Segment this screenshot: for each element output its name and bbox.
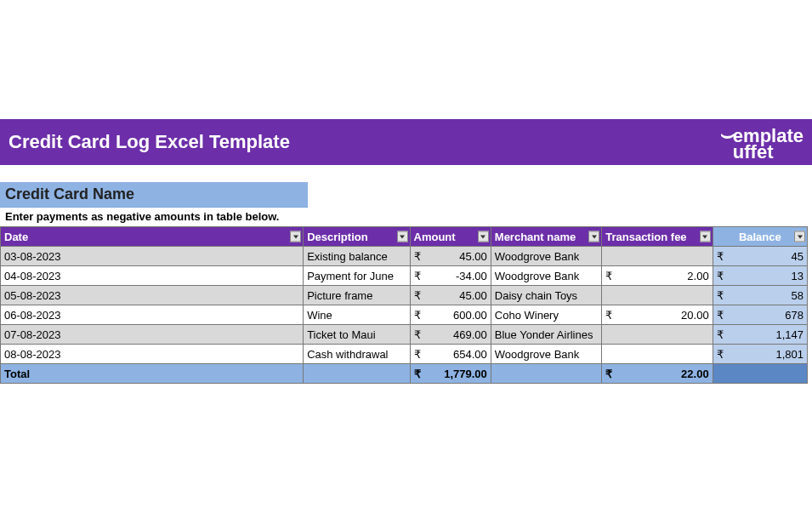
filter-icon[interactable] (290, 231, 301, 242)
total-row: Total ₹1,779.00 ₹22.00 (1, 364, 808, 384)
table-row: 03-08-2023Existing balance₹45.00Woodgrov… (1, 247, 808, 266)
cell-merchant[interactable]: Woodgrove Bank (491, 345, 601, 364)
cell-amount[interactable]: ₹654.00 (410, 345, 491, 364)
filter-icon[interactable] (700, 231, 711, 242)
logo-line-2: uffet (733, 145, 803, 161)
total-fee: ₹22.00 (602, 364, 713, 384)
cell-description[interactable]: Payment for June (304, 266, 410, 286)
cell-balance[interactable]: ₹1,147 (713, 325, 807, 345)
col-date[interactable]: Date (1, 227, 304, 247)
cell-date[interactable]: 07-08-2023 (1, 325, 304, 345)
cell-balance[interactable]: ₹58 (713, 286, 807, 305)
cell-description[interactable]: Picture frame (304, 286, 410, 305)
table-row: 08-08-2023Cash withdrawal₹654.00Woodgrov… (1, 345, 808, 364)
col-balance[interactable]: Balance (713, 227, 807, 247)
total-label: Total (1, 364, 304, 384)
cell-fee[interactable]: ₹2.00 (602, 266, 713, 286)
cell-date[interactable]: 06-08-2023 (1, 305, 304, 325)
cell-fee[interactable]: ₹20.00 (602, 305, 713, 325)
cell-amount[interactable]: ₹45.00 (410, 247, 491, 266)
table-row: 04-08-2023Payment for June₹-34.00Woodgro… (1, 266, 808, 286)
header-row: Date Description Amount Merchant name Tr… (1, 227, 808, 247)
cell-amount[interactable]: ₹-34.00 (410, 266, 491, 286)
cell-merchant[interactable]: Woodgrove Bank (491, 247, 601, 266)
filter-icon[interactable] (478, 231, 489, 242)
cell-amount[interactable]: ₹469.00 (410, 325, 491, 345)
cell-balance[interactable]: ₹45 (713, 247, 807, 266)
total-amount: ₹1,779.00 (410, 364, 491, 384)
cell-description[interactable]: Wine (304, 305, 410, 325)
cell-date[interactable]: 04-08-2023 (1, 266, 304, 286)
cell-date[interactable]: 05-08-2023 (1, 286, 304, 305)
filter-icon[interactable] (588, 231, 599, 242)
filter-icon[interactable] (397, 231, 408, 242)
cell-description[interactable]: Cash withdrawal (304, 345, 410, 364)
cell-merchant[interactable]: Daisy chain Toys (491, 286, 601, 305)
col-description[interactable]: Description (304, 227, 410, 247)
cell-date[interactable]: 03-08-2023 (1, 247, 304, 266)
card-name-input[interactable]: Credit Card Name (0, 182, 308, 208)
cell-amount[interactable]: ₹45.00 (410, 286, 491, 305)
cell-date[interactable]: 08-08-2023 (1, 345, 304, 364)
col-merchant[interactable]: Merchant name (491, 227, 601, 247)
instruction-text: Enter payments as negative amounts in ta… (0, 208, 812, 226)
cell-merchant[interactable]: Coho Winery (491, 305, 601, 325)
cell-fee[interactable] (602, 247, 713, 266)
title-banner: Credit Card Log Excel Template ⌣ emplate… (0, 119, 812, 165)
cell-description[interactable]: Existing balance (304, 247, 410, 266)
cell-fee[interactable] (602, 286, 713, 305)
logo: ⌣ emplate uffet (720, 123, 803, 160)
cell-balance[interactable]: ₹1,801 (713, 345, 807, 364)
table-row: 05-08-2023Picture frame₹45.00Daisy chain… (1, 286, 808, 305)
cell-merchant[interactable]: Woodgrove Bank (491, 266, 601, 286)
cell-balance[interactable]: ₹13 (713, 266, 807, 286)
top-spacer (0, 0, 812, 119)
cell-fee[interactable] (602, 325, 713, 345)
cell-balance[interactable]: ₹678 (713, 305, 807, 325)
cell-fee[interactable] (602, 345, 713, 364)
cell-amount[interactable]: ₹600.00 (410, 305, 491, 325)
cell-merchant[interactable]: Blue Yonder Airlines (491, 325, 601, 345)
col-amount[interactable]: Amount (410, 227, 491, 247)
table-row: 06-08-2023Wine₹600.00Coho Winery₹20.00₹6… (1, 305, 808, 325)
cell-description[interactable]: Ticket to Maui (304, 325, 410, 345)
page-title: Credit Card Log Excel Template (9, 131, 290, 153)
col-fee[interactable]: Transaction fee (602, 227, 713, 247)
transactions-table: Date Description Amount Merchant name Tr… (0, 226, 808, 384)
filter-icon[interactable] (794, 231, 805, 242)
table-row: 07-08-2023Ticket to Maui₹469.00Blue Yond… (1, 325, 808, 345)
